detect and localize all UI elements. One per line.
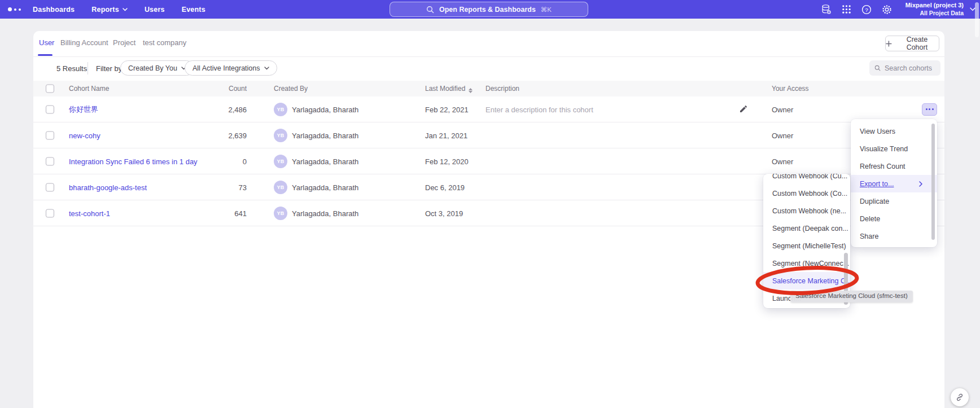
cohort-count: 641 — [196, 209, 247, 217]
select-all-checkbox[interactable] — [46, 85, 54, 93]
svg-text:?: ? — [865, 6, 868, 12]
filter-bar: 5 Results Filter by Created By You All A… — [33, 57, 944, 81]
created-by: Yarlagadda, Bharath — [292, 209, 358, 217]
cohort-count: 2,639 — [196, 131, 247, 139]
project-switcher[interactable]: Mixpanel (project 3) All Project Data — [905, 2, 964, 17]
top-nav: Dashboards Reports Users Events Open Rep… — [0, 0, 980, 19]
submenu-item-segment-2[interactable]: Segment (MichelleTest) — [763, 237, 850, 255]
tooltip: Salesforce Marketing Cloud (sfmc-test) — [790, 291, 913, 302]
cohort-name-link[interactable]: new-cohy — [69, 131, 100, 139]
plus-icon — [886, 41, 892, 47]
menu-item-visualize-trend[interactable]: Visualize Trend — [851, 140, 937, 157]
tab-billing-account[interactable]: Billing Account — [60, 38, 108, 47]
divider — [88, 62, 88, 74]
created-by-filter[interactable]: Created By You — [120, 60, 194, 76]
access-value: Owner — [772, 105, 793, 113]
table-row: 你好世界 2,486 YB Yarlagadda, Bharath Feb 22… — [33, 96, 944, 122]
created-by: Yarlagadda, Bharath — [292, 183, 358, 191]
link-icon — [955, 393, 964, 402]
row-actions-menu: View Users Visualize Trend Refresh Count… — [851, 119, 937, 247]
row-checkbox[interactable] — [46, 105, 54, 113]
nav-item-events[interactable]: Events — [182, 6, 205, 14]
row-actions-button[interactable] — [922, 103, 937, 116]
submenu-item-segment-1[interactable]: Segment (Deepak con... — [763, 220, 850, 237]
created-by: Yarlagadda, Bharath — [292, 105, 358, 113]
search-icon — [874, 64, 881, 72]
column-your-access[interactable]: Your Access — [772, 85, 809, 93]
help-icon[interactable]: ? — [861, 4, 872, 15]
description-placeholder[interactable]: Enter a description for this cohort — [485, 105, 593, 113]
settings-gear-icon[interactable] — [882, 4, 893, 15]
submenu-item-salesforce-marketing-cloud[interactable]: Salesforce Marketing C... — [763, 272, 850, 289]
tab-user[interactable]: User — [39, 38, 54, 47]
active-tab-underline — [38, 54, 53, 56]
nav-item-reports[interactable]: Reports — [91, 6, 128, 14]
last-modified: Jan 21, 2021 — [425, 131, 467, 139]
submenu-item-segment-3[interactable]: Segment (NewConnec... — [763, 255, 850, 272]
row-checkbox[interactable] — [46, 183, 54, 191]
created-by: Yarlagadda, Bharath — [292, 131, 358, 139]
created-by: Yarlagadda, Bharath — [292, 157, 358, 165]
cohort-count: 0 — [196, 157, 247, 165]
column-count[interactable]: Count — [196, 85, 247, 93]
last-modified: Feb 22, 2021 — [425, 105, 469, 113]
column-description[interactable]: Description — [485, 85, 519, 93]
table-header: Cohort Name Count Created By Last Modifi… — [33, 81, 944, 96]
export-destinations-submenu: Custom Webhook (Cu... Custom Webhook (Co… — [763, 174, 850, 308]
menu-item-delete[interactable]: Delete — [851, 210, 937, 227]
access-value: Owner — [772, 131, 793, 139]
last-modified: Feb 12, 2020 — [425, 157, 469, 165]
page-scrollbar[interactable] — [975, 2, 979, 37]
column-created-by[interactable]: Created By — [274, 85, 308, 93]
data-management-icon[interactable] — [821, 4, 832, 15]
nav-item-dashboards[interactable]: Dashboards — [33, 6, 75, 14]
cohort-name-link[interactable]: Integration Sync Failed 6 times in 1 day — [69, 157, 198, 165]
menu-item-share[interactable]: Share — [851, 227, 937, 245]
search-cohorts-box — [869, 60, 940, 76]
global-search-shortcut: ⌘K — [541, 6, 552, 14]
menu-item-export-to[interactable]: Export to... — [851, 175, 937, 192]
row-checkbox[interactable] — [46, 131, 54, 139]
submenu-item-custom-webhook-1[interactable]: Custom Webhook (Cu... — [763, 174, 850, 185]
menu-item-refresh-count[interactable]: Refresh Count — [851, 157, 937, 175]
access-value: Owner — [772, 157, 793, 165]
row-checkbox[interactable] — [46, 157, 54, 165]
tab-project[interactable]: Project — [113, 38, 135, 47]
column-last-modified[interactable]: Last Modified — [425, 85, 473, 93]
mixpanel-cohorts-page: Dashboards Reports Users Events Open Rep… — [0, 0, 980, 408]
integrations-filter[interactable]: All Active Integrations — [185, 60, 277, 76]
submenu-item-custom-webhook-3[interactable]: Custom Webhook (ne... — [763, 202, 850, 220]
cohort-name-link[interactable]: bharath-google-ads-test — [69, 183, 147, 191]
column-cohort-name[interactable]: Cohort Name — [69, 85, 109, 93]
sort-icon — [469, 88, 473, 93]
avatar: YB — [274, 181, 287, 194]
cohort-name-link[interactable]: 你好世界 — [69, 104, 98, 115]
project-scope: All Project Data — [905, 10, 964, 17]
avatar: YB — [274, 155, 287, 168]
cohort-name-link[interactable]: test-cohort-1 — [69, 209, 110, 217]
menu-item-duplicate[interactable]: Duplicate — [851, 192, 937, 210]
apps-grid-icon[interactable] — [841, 4, 852, 15]
share-link-button[interactable] — [951, 388, 969, 406]
submenu-item-custom-webhook-2[interactable]: Custom Webhook (Co... — [763, 185, 850, 202]
mixpanel-logo-icon[interactable] — [8, 7, 26, 11]
last-modified: Dec 6, 2019 — [425, 183, 465, 191]
global-search-button[interactable]: Open Reports & Dashboards ⌘K — [390, 2, 588, 17]
menu-item-view-users[interactable]: View Users — [851, 122, 937, 140]
tab-test-company[interactable]: test company — [143, 38, 186, 47]
search-icon — [426, 6, 434, 14]
avatar: YB — [274, 207, 287, 220]
create-cohort-label: Create Cohort — [895, 36, 939, 51]
row-checkbox[interactable] — [46, 209, 54, 217]
menu-scrollbar[interactable] — [931, 124, 935, 240]
filter-by-label: Filter by — [96, 64, 122, 73]
search-cohorts-input[interactable] — [885, 64, 935, 72]
project-name: Mixpanel (project 3) — [905, 2, 964, 10]
last-modified: Oct 3, 2019 — [425, 209, 463, 217]
avatar: YB — [274, 129, 287, 142]
nav-item-users[interactable]: Users — [145, 6, 165, 14]
global-search-label: Open Reports & Dashboards — [439, 6, 536, 14]
cohort-count: 2,486 — [196, 105, 247, 113]
pencil-icon[interactable] — [739, 104, 749, 115]
create-cohort-button[interactable]: Create Cohort — [885, 36, 939, 51]
